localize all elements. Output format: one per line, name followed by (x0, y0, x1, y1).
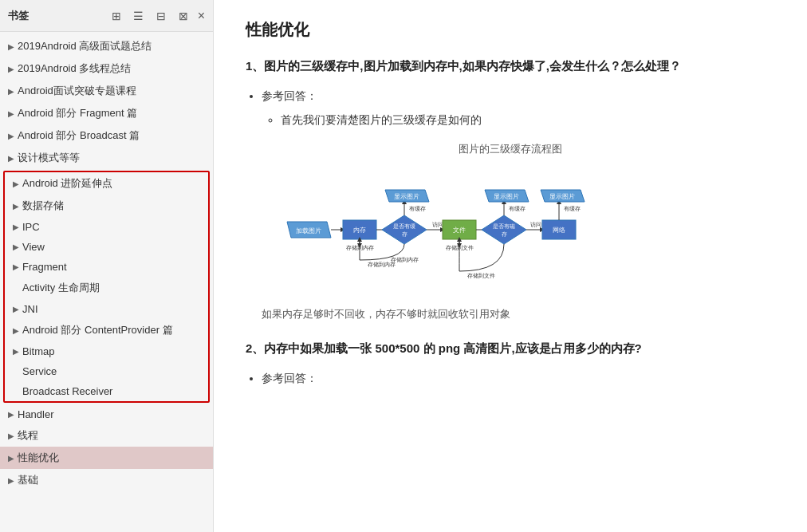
svg-text:访问: 访问 (530, 222, 541, 227)
sidebar-item-14[interactable]: ▶ Android 部分 ContentProvider 篇 (5, 319, 208, 341)
diagram-container: 图片的三级缓存流程图 加载图片 内存 是否有缓 存 有缓存 显示图片 (246, 142, 775, 294)
svg-marker-6 (382, 215, 427, 244)
sidebar-label-3: Android面试突破专题课程 (18, 84, 136, 98)
sidebar-label-broadcast: Broadcast Receiver (22, 385, 112, 397)
arrow-icon-2: ▶ (8, 65, 14, 73)
view-icon-2[interactable]: ☰ (131, 8, 147, 24)
sidebar-item-2[interactable]: ▶ 2019Android 多线程总结 (0, 57, 213, 80)
sidebar-item-11[interactable]: ▶ Fragment (5, 257, 208, 277)
svg-text:是否有缓: 是否有缓 (393, 223, 415, 230)
sidebar-item-3[interactable]: ▶ Android面试突破专题课程 (0, 80, 213, 102)
arrow-icon-1: ▶ (8, 42, 14, 51)
sidebar-label-6: 设计模式等等 (18, 151, 80, 165)
arrow-icon-handler: ▶ (8, 410, 14, 419)
sidebar-item-12[interactable]: Activity 生命周期 (5, 277, 208, 299)
sidebar-label-4: Android 部分 Fragment 篇 (18, 106, 137, 120)
sidebar: 书签 ⊞ ☰ ⊟ ⊠ × ▶ 2019Android 高级面试题总结 ▶ 201… (0, 0, 214, 532)
sidebar-item-handler[interactable]: ▶ Handler (0, 404, 213, 424)
q2-bullet: 参考回答： (262, 369, 775, 387)
arrow-icon-11: ▶ (13, 262, 19, 271)
arrow-icon-5: ▶ (8, 132, 14, 140)
arrow-icon-perf: ▶ (8, 454, 14, 463)
svg-text:访问: 访问 (432, 222, 443, 227)
sidebar-title: 书签 (8, 9, 102, 23)
svg-text:网络: 网络 (553, 227, 565, 234)
question-1: 1、图片的三级缓存中,图片加载到内存中,如果内存快爆了,会发生什么？怎么处理？ (246, 57, 775, 76)
page-title: 性能优化 (246, 19, 775, 41)
svg-text:存: 存 (502, 231, 507, 237)
sidebar-item-9[interactable]: ▶ IPC (5, 217, 208, 237)
arrow-icon-14: ▶ (13, 326, 19, 335)
svg-text:显示图片: 显示图片 (394, 193, 419, 200)
note-text: 如果内存足够时不回收，内存不够时就回收软引用对象 (262, 306, 775, 323)
arrow-icon-13: ▶ (13, 305, 19, 313)
sidebar-label-1: 2019Android 高级面试题总结 (18, 39, 152, 53)
sidebar-item-4[interactable]: ▶ Android 部分 Fragment 篇 (0, 102, 213, 124)
sidebar-label-7: Android 进阶延伸点 (22, 176, 112, 191)
sidebar-label-13: JNI (22, 303, 38, 315)
sidebar-label-service: Service (22, 365, 57, 377)
q1-answer-list: 参考回答： 首先我们要清楚图片的三级缓存是如何的 (262, 87, 775, 129)
q1-sub-list: 首先我们要清楚图片的三级缓存是如何的 (262, 111, 775, 128)
sidebar-item-8[interactable]: ▶ 数据存储 (5, 195, 208, 217)
sidebar-item-7[interactable]: ▶ Android 进阶延伸点 (5, 172, 208, 195)
arrow-icon-3: ▶ (8, 87, 14, 96)
svg-text:显示图片: 显示图片 (549, 193, 575, 200)
sidebar-label-12: Activity 生命周期 (22, 281, 100, 295)
diagram-title: 图片的三级缓存流程图 (459, 142, 562, 156)
sidebar-label-15: Bitmap (22, 345, 54, 357)
arrow-icon-4: ▶ (8, 109, 14, 118)
view-icon-4[interactable]: ⊠ (175, 8, 191, 24)
sidebar-item-thread[interactable]: ▶ 线程 (0, 424, 213, 447)
svg-text:存储到内存: 存储到内存 (368, 262, 396, 267)
sidebar-label-thread: 线程 (18, 428, 38, 443)
sidebar-label-base: 基础 (18, 473, 38, 487)
question-2: 2、内存中如果加载一张 500*500 的 png 高清图片,应该是占用多少的内… (246, 339, 775, 358)
sidebar-label-perf: 性能优化 (18, 451, 59, 465)
highlighted-group: ▶ Android 进阶延伸点 ▶ 数据存储 ▶ IPC ▶ View ▶ Fr… (3, 171, 210, 403)
svg-text:存: 存 (402, 231, 407, 237)
arrow-icon-10: ▶ (13, 242, 19, 251)
q1-sub-bullet: 首先我们要清楚图片的三级缓存是如何的 (281, 111, 775, 128)
sidebar-item-broadcast[interactable]: Broadcast Receiver (5, 381, 208, 401)
view-icon-1[interactable]: ⊞ (108, 8, 124, 24)
sidebar-label-5: Android 部分 Broadcast 篇 (18, 128, 140, 143)
sidebar-item-10[interactable]: ▶ View (5, 237, 208, 257)
sidebar-item-13[interactable]: ▶ JNI (5, 299, 208, 319)
svg-text:内存: 内存 (353, 227, 366, 234)
sidebar-header: 书签 ⊞ ☰ ⊟ ⊠ × (0, 0, 213, 32)
sidebar-item-15[interactable]: ▶ Bitmap (5, 341, 208, 361)
sidebar-item-1[interactable]: ▶ 2019Android 高级面试题总结 (0, 35, 213, 57)
close-button[interactable]: × (198, 9, 205, 23)
q2-answer-list: 参考回答： (262, 369, 775, 387)
sidebar-item-base[interactable]: ▶ 基础 (0, 469, 213, 491)
sidebar-item-5[interactable]: ▶ Android 部分 Broadcast 篇 (0, 124, 213, 147)
svg-text:有缓存: 有缓存 (564, 206, 581, 211)
arrow-icon-base: ▶ (8, 476, 14, 485)
sidebar-list: ▶ 2019Android 高级面试题总结 ▶ 2019Android 多线程总… (0, 32, 213, 532)
svg-text:存储到文件: 存储到文件 (467, 273, 495, 278)
arrow-icon-15: ▶ (13, 347, 19, 356)
sidebar-item-perf[interactable]: ▶ 性能优化 (0, 447, 213, 469)
sidebar-item-6[interactable]: ▶ 设计模式等等 (0, 147, 213, 169)
svg-text:加载图片: 加载图片 (296, 227, 321, 234)
main-content: 性能优化 1、图片的三级缓存中,图片加载到内存中,如果内存快爆了,会发生什么？怎… (214, 0, 807, 532)
sidebar-label-14: Android 部分 ContentProvider 篇 (22, 323, 173, 337)
sidebar-label-2: 2019Android 多线程总结 (18, 61, 131, 76)
sidebar-item-service[interactable]: Service (5, 361, 208, 381)
view-icon-3[interactable]: ⊟ (153, 8, 169, 24)
svg-marker-18 (482, 215, 526, 244)
sidebar-label-11: Fragment (22, 261, 67, 273)
arrow-icon-thread: ▶ (8, 432, 14, 440)
sidebar-label-handler: Handler (18, 408, 54, 420)
sidebar-label-10: View (22, 241, 45, 253)
svg-text:显示图片: 显示图片 (494, 193, 519, 200)
arrow-icon-6: ▶ (8, 154, 14, 163)
svg-text:文件: 文件 (453, 227, 466, 234)
svg-text:是否有磁: 是否有磁 (493, 223, 515, 230)
sidebar-label-8: 数据存储 (22, 199, 64, 213)
q1-bullet: 参考回答： (262, 87, 775, 104)
sidebar-label-9: IPC (22, 221, 40, 233)
flowchart-svg: 加载图片 内存 是否有缓 存 有缓存 显示图片 访问 文件 (279, 166, 742, 294)
arrow-icon-7: ▶ (13, 179, 19, 188)
